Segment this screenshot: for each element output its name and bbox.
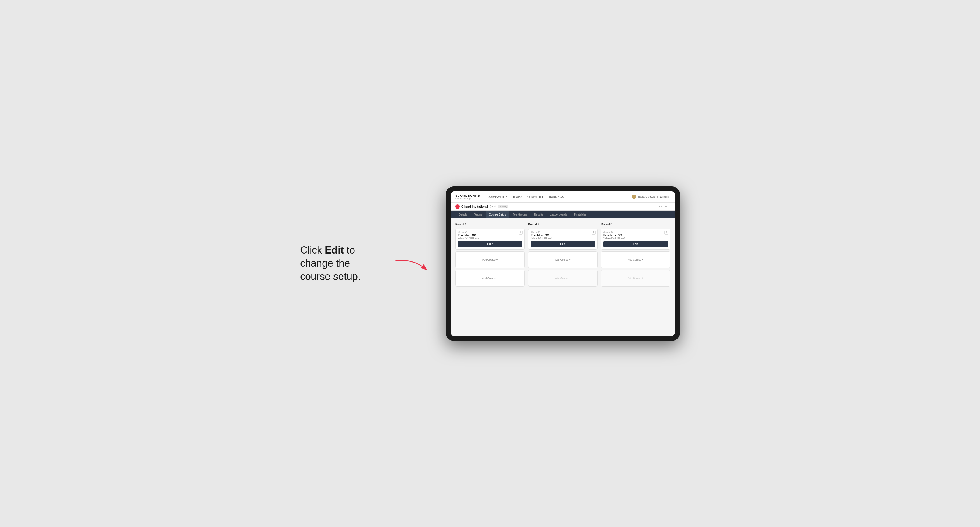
round-1-add-course-2-text: Add Course +	[482, 277, 498, 279]
trash-icon: 🗑	[592, 231, 595, 234]
user-avatar	[632, 195, 636, 199]
tab-course-setup[interactable]: Course Setup	[485, 211, 509, 218]
annotation-text: Click Edit to change the course setup.	[300, 244, 379, 283]
logo-subtitle: Powered by clippd	[455, 197, 480, 199]
round-1-course-card: 🗑 (Course A) Peachtree GC Yellow (M) (66…	[455, 229, 525, 250]
round-3-course-name: Peachtree GC	[603, 234, 668, 237]
round-2-column: Round 2 🗑 (Course A) Peachtree GC Yellow…	[528, 223, 598, 287]
rounds-grid: Round 1 🗑 (Course A) Peachtree GC Yellow…	[455, 223, 670, 287]
round-2-course-label: (Course A)	[531, 231, 595, 233]
nav-separator: |	[657, 195, 658, 198]
user-email: blair@clippd.io	[638, 195, 655, 198]
annotation-bold: Edit	[325, 244, 344, 256]
trash-icon: 🗑	[520, 231, 522, 234]
round-3-add-course-2: Add Course +	[601, 270, 670, 287]
round-3-course-card: 🗑 (Course A) Peachtree GC Yellow (M) (66…	[601, 229, 670, 250]
tab-printables[interactable]: Printables	[571, 211, 590, 218]
cancel-label: Cancel	[659, 205, 667, 208]
round-1-add-course-2[interactable]: Add Course +	[455, 270, 525, 287]
round-2-course-card: 🗑 (Course A) Peachtree GC Yellow (M) (66…	[528, 229, 598, 250]
tab-leaderboards[interactable]: Leaderboards	[547, 211, 571, 218]
round-1-course-name: Peachtree GC	[458, 234, 522, 237]
tournament-name: Clippd Invitational	[461, 205, 488, 208]
tab-tee-groups[interactable]: Tee Groups	[509, 211, 531, 218]
round-1-column: Round 1 🗑 (Course A) Peachtree GC Yellow…	[455, 223, 525, 287]
round-3-label: Round 3	[601, 223, 670, 226]
round-1-delete-button[interactable]: 🗑	[519, 231, 523, 235]
round-3-column: Round 3 🗑 (Course A) Peachtree GC Yellow…	[601, 223, 670, 287]
round-2-course-details: Yellow (M) (6629 yds)	[531, 237, 595, 239]
round-3-delete-button[interactable]: 🗑	[665, 231, 668, 235]
outer-container: Click Edit to change the course setup. S…	[294, 186, 686, 341]
nav-teams[interactable]: TEAMS	[513, 195, 522, 198]
round-3-add-course-2-text: Add Course +	[628, 277, 643, 279]
top-nav: SCOREBOARD Powered by clippd TOURNAMENTS…	[451, 191, 675, 203]
trash-icon: 🗑	[665, 231, 668, 234]
round-2-add-course-2-text: Add Course +	[555, 277, 570, 279]
round-3-add-course-1-text: Add Course +	[628, 258, 643, 261]
round-1-course-label: (Course A)	[458, 231, 522, 233]
cancel-button[interactable]: Cancel ✕	[659, 205, 670, 208]
round-3-course-details: Yellow (M) (6629 yds)	[603, 237, 668, 239]
tabs-bar: Details Teams Course Setup Tee Groups Re…	[451, 211, 675, 218]
tablet-device: SCOREBOARD Powered by clippd TOURNAMENTS…	[446, 186, 680, 341]
nav-rankings[interactable]: RANKINGS	[549, 195, 564, 198]
round-2-delete-button[interactable]: 🗑	[592, 231, 595, 235]
tab-teams[interactable]: Teams	[471, 211, 485, 218]
tablet-screen: SCOREBOARD Powered by clippd TOURNAMENTS…	[451, 191, 675, 336]
tournament-header: C Clippd Invitational (Men) Hosting Canc…	[451, 203, 675, 211]
sign-out-link[interactable]: Sign out	[660, 195, 670, 198]
nav-left: SCOREBOARD Powered by clippd TOURNAMENTS…	[455, 194, 564, 199]
round-1-course-details: Yellow (M) (6629 yds)	[458, 237, 522, 239]
nav-links: TOURNAMENTS TEAMS COMMITTEE RANKINGS	[486, 195, 564, 198]
nav-tournaments[interactable]: TOURNAMENTS	[486, 195, 508, 198]
tab-results[interactable]: Results	[531, 211, 547, 218]
annotation-arrow	[395, 255, 429, 272]
round-3-course-label: (Course A)	[603, 231, 668, 233]
nav-right: blair@clippd.io | Sign out	[632, 195, 670, 199]
round-1-add-course-1[interactable]: Add Course +	[455, 251, 525, 268]
round-3-add-course-1[interactable]: Add Course +	[601, 251, 670, 268]
round-1-label: Round 1	[455, 223, 525, 226]
main-content: Round 1 🗑 (Course A) Peachtree GC Yellow…	[451, 218, 675, 336]
round-3-edit-button[interactable]: Edit	[603, 241, 668, 247]
round-2-course-name: Peachtree GC	[531, 234, 595, 237]
round-2-label: Round 2	[528, 223, 598, 226]
round-2-edit-button[interactable]: Edit	[531, 241, 595, 247]
round-1-add-course-1-text: Add Course +	[482, 258, 498, 261]
close-icon: ✕	[668, 205, 670, 208]
tab-details[interactable]: Details	[455, 211, 471, 218]
round-2-add-course-2: Add Course +	[528, 270, 598, 287]
hosting-badge: Hosting	[498, 205, 509, 208]
tournament-gender: (Men)	[490, 205, 496, 208]
round-1-edit-button[interactable]: Edit	[458, 241, 522, 247]
clippd-icon: C	[455, 204, 460, 209]
round-2-add-course-1-text: Add Course +	[555, 258, 570, 261]
scoreboard-logo: SCOREBOARD Powered by clippd	[455, 194, 480, 199]
logo-title: SCOREBOARD	[455, 194, 480, 197]
nav-committee[interactable]: COMMITTEE	[527, 195, 544, 198]
tournament-title: C Clippd Invitational (Men) Hosting	[455, 204, 509, 209]
round-2-add-course-1[interactable]: Add Course +	[528, 251, 598, 268]
